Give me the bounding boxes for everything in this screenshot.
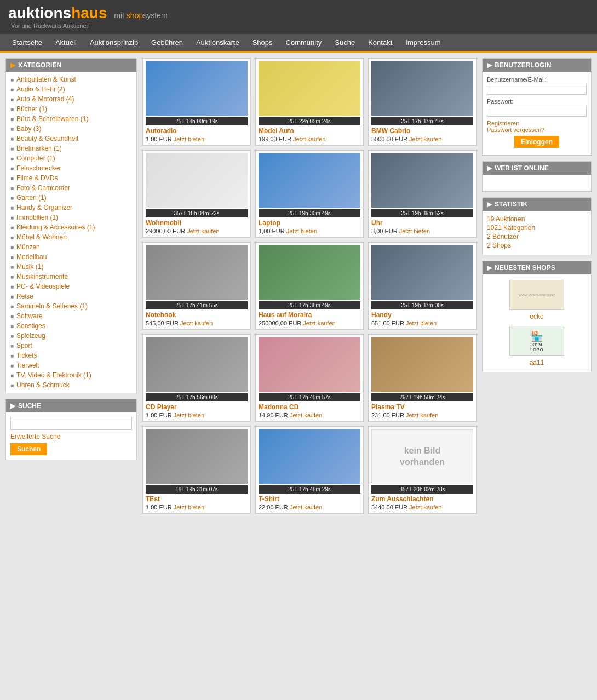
nav-item-auktionsprinzip[interactable]: Auktionsprinzip — [83, 34, 145, 51]
nav-item-impressum[interactable]: Impressum — [399, 34, 447, 51]
auction-title[interactable]: TEst — [146, 495, 248, 503]
category-link[interactable]: Kleidung & Accessoires (1) — [16, 223, 95, 231]
auction-action-link[interactable]: Jetzt bieten — [174, 504, 204, 510]
stat-link[interactable]: 1021 Kategorien — [487, 224, 535, 232]
auction-title[interactable]: Plasma TV — [371, 403, 473, 411]
nav-item-shops[interactable]: Shops — [246, 34, 279, 51]
category-link[interactable]: Beauty & Gesundheit — [16, 135, 78, 142]
auction-action-link[interactable]: Jetzt kaufen — [290, 504, 322, 510]
auction-title[interactable]: Notebook — [146, 311, 248, 319]
category-link[interactable]: Möbel & Wohnen — [16, 233, 67, 241]
category-link[interactable]: Immobilien (1) — [16, 214, 58, 221]
auction-timer: 25T 18h 00m 19s — [146, 117, 248, 125]
shop-thumbnail[interactable]: www.ecko-shop.de — [509, 280, 564, 310]
auction-title[interactable]: Laptop — [259, 219, 360, 227]
category-link[interactable]: Garten (1) — [16, 194, 47, 202]
category-link[interactable]: Musikinstrumente — [16, 273, 68, 280]
auction-action-link[interactable]: Jetzt kaufen — [406, 412, 438, 418]
auction-item: 357T 18h 04m 22s Wohnmobil 29000,00 EUR … — [142, 150, 251, 238]
nav-item-community[interactable]: Community — [279, 34, 329, 51]
auction-action-link[interactable]: Jetzt kaufen — [180, 320, 213, 326]
category-link[interactable]: TV, Video & Elektronik (1) — [16, 371, 91, 379]
stats-header: ▶ STATISTIK — [483, 198, 591, 211]
auction-title[interactable]: Haus auf Moraira — [259, 311, 360, 319]
auction-title[interactable]: Handy — [371, 311, 473, 319]
category-link[interactable]: Münzen — [16, 243, 40, 251]
bullet-icon: ■ — [10, 343, 14, 349]
category-link[interactable]: Software — [16, 312, 42, 320]
auction-title[interactable]: Model Auto — [259, 127, 360, 135]
auction-title[interactable]: T-Shirt — [259, 495, 360, 503]
auction-timer: 18T 19h 31m 07s — [146, 485, 248, 494]
auction-title[interactable]: Wohnmobil — [146, 219, 248, 227]
category-link[interactable]: Handy & Organizer — [16, 204, 72, 211]
category-link[interactable]: Bücher (1) — [16, 105, 47, 113]
category-link[interactable]: Tierwelt — [16, 362, 39, 369]
auction-title[interactable]: Autoradio — [146, 127, 248, 135]
nav-item-auktionskarte[interactable]: Auktionskarte — [190, 34, 246, 51]
category-link[interactable]: Reise — [16, 292, 33, 300]
register-link[interactable]: Registrieren — [487, 120, 587, 127]
categories-arrow-icon: ▶ — [10, 61, 15, 69]
auction-action-link[interactable]: Jetzt kaufen — [293, 136, 325, 142]
category-link[interactable]: Feinschmecker — [16, 164, 61, 172]
auction-action-link[interactable]: Jetzt kaufen — [409, 504, 441, 510]
login-button[interactable]: Einloggen — [514, 136, 559, 148]
category-link[interactable]: Büro & Schreibwaren (1) — [16, 115, 88, 123]
auction-title[interactable]: Zum Ausschlachten — [371, 495, 473, 503]
category-link[interactable]: Filme & DVDs — [16, 174, 58, 182]
categories-section: ▶ KATEGORIEN ■Antiquitäten & Kunst■Audio… — [5, 58, 137, 393]
search-input[interactable] — [10, 417, 132, 430]
shop-name[interactable]: aa11 — [485, 359, 588, 369]
category-link[interactable]: Tickets — [16, 352, 37, 359]
auction-title[interactable]: Madonna CD — [259, 403, 360, 411]
auction-title[interactable]: CD Player — [146, 403, 248, 411]
category-link[interactable]: Spielzeug — [16, 332, 45, 340]
category-link[interactable]: Foto & Camcorder — [16, 184, 70, 192]
nav-item-startseite[interactable]: Startseite — [5, 34, 49, 51]
category-link[interactable]: Audio & Hi-Fi (2) — [16, 85, 65, 93]
auction-title[interactable]: Uhr — [371, 219, 473, 227]
shop-thumbnail[interactable]: 🏪 KEINLOGO — [509, 326, 564, 356]
bullet-icon: ■ — [10, 136, 14, 142]
auction-image — [259, 61, 360, 116]
category-link[interactable]: Sonstiges — [16, 322, 45, 330]
auction-action-link[interactable]: Jetzt bieten — [286, 228, 317, 234]
category-link[interactable]: Baby (3) — [16, 125, 41, 133]
nav-item-suche[interactable]: Suche — [328, 34, 361, 51]
category-link[interactable]: Auto & Motorrad (4) — [16, 95, 74, 103]
nav-item-aktuell[interactable]: Aktuell — [49, 34, 83, 51]
category-link[interactable]: Antiquitäten & Kunst — [16, 76, 76, 83]
category-link[interactable]: Uhren & Schmuck — [16, 381, 70, 389]
auction-action-link[interactable]: Jetzt kaufen — [290, 412, 322, 418]
category-link[interactable]: Computer (1) — [16, 154, 55, 162]
stat-link[interactable]: 2 Shops — [487, 242, 511, 249]
auction-action-link[interactable]: Jetzt kaufen — [187, 228, 219, 234]
category-link[interactable]: Modellbau — [16, 253, 47, 261]
nav-item-gebühren[interactable]: Gebühren — [145, 34, 190, 51]
shop-name[interactable]: ecko — [485, 313, 588, 323]
search-button[interactable]: Suchen — [10, 443, 47, 455]
stat-link[interactable]: 19 Auktionen — [487, 215, 525, 223]
auction-action-link[interactable]: Jetzt bieten — [174, 412, 204, 418]
category-link[interactable]: PC- & Videospiele — [16, 283, 70, 290]
category-link[interactable]: Sammeln & Seltenes (1) — [16, 302, 88, 310]
auction-action-link[interactable]: Jetzt bieten — [399, 228, 430, 234]
auction-action-link[interactable]: Jetzt bieten — [406, 320, 437, 326]
category-link[interactable]: Sport — [16, 342, 32, 349]
nav-item-kontakt[interactable]: Kontakt — [361, 34, 399, 51]
bullet-icon: ■ — [10, 333, 14, 339]
online-title: WER IST ONLINE — [495, 164, 549, 172]
auction-action-link[interactable]: Jetzt kaufen — [409, 136, 441, 142]
auction-title[interactable]: BMW Cabrio — [371, 127, 473, 135]
category-link[interactable]: Briefmarken (1) — [16, 145, 62, 152]
auction-action-link[interactable]: Jetzt bieten — [174, 136, 204, 142]
forgot-password-link[interactable]: Passwort vergessen? — [487, 127, 587, 133]
category-link[interactable]: Musik (1) — [16, 263, 43, 271]
auction-action-link[interactable]: Jetzt kaufen — [303, 320, 335, 326]
username-input[interactable] — [487, 84, 587, 95]
auction-image — [146, 337, 248, 392]
password-input[interactable] — [487, 106, 587, 117]
stat-link[interactable]: 2 Benutzer — [487, 233, 519, 240]
advanced-search-link[interactable]: Erweiterte Suche — [10, 433, 132, 440]
